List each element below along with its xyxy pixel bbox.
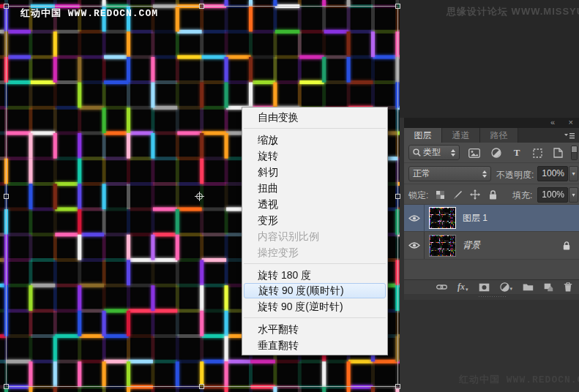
menu-item-rotate-90-ccw[interactable]: 旋转 90 度(逆时针) — [242, 298, 387, 314]
lock-transparency-icon[interactable] — [433, 189, 447, 200]
new-group-icon[interactable] — [523, 283, 534, 291]
menu-item-rotate-90-cw[interactable]: 旋转 90 度(顺时针) — [244, 283, 386, 298]
link-layers-icon[interactable] — [436, 284, 447, 290]
menu-item-rotate-180[interactable]: 旋转 180 度 — [242, 267, 387, 283]
menu-item-perspective[interactable]: 透视 — [242, 196, 387, 212]
transform-reference-point[interactable] — [196, 193, 203, 200]
visibility-eye-icon[interactable] — [404, 205, 425, 231]
filter-kind-label: 类型 — [423, 146, 448, 159]
layer-list-empty-area — [404, 260, 579, 279]
filter-type-layers-icon[interactable]: T — [509, 146, 524, 159]
menu-separator — [244, 317, 386, 318]
tab-channels[interactable]: 通道 — [442, 128, 480, 143]
layer-row-layer-1[interactable]: 图层 1 — [404, 205, 579, 232]
menu-item-flip-horizontal[interactable]: 水平翻转 — [242, 321, 387, 337]
filter-kind-dropdown[interactable]: 类型 — [408, 145, 460, 160]
watermark-bottom-right: 红动中国 WWW.REDOCN.COM — [459, 373, 579, 386]
transform-handle-top-left[interactable] — [4, 4, 9, 9]
tab-paths[interactable]: 路径 — [480, 128, 518, 143]
lock-label: 锁定: — [408, 189, 428, 202]
visibility-eye-icon[interactable] — [404, 232, 425, 259]
lock-all-icon[interactable] — [486, 189, 499, 200]
filter-pixel-layers-icon[interactable] — [467, 146, 482, 159]
spinner-arrows-icon — [450, 149, 455, 157]
menu-separator — [244, 128, 386, 129]
panel-tab-bar: 图层 通道 路径 — [404, 128, 579, 143]
menu-item-puppet-warp: 操控变形 — [242, 244, 387, 260]
menu-item-skew[interactable]: 斜切 — [242, 164, 387, 180]
lock-position-icon[interactable] — [468, 189, 482, 200]
spinner-arrows-icon — [482, 170, 487, 178]
background-lock-icon — [563, 241, 570, 250]
transform-handle-bottom-left[interactable] — [4, 384, 9, 389]
layer-name[interactable]: 图层 1 — [463, 212, 488, 225]
opacity-dropdown-arrow[interactable]: ▾ — [569, 166, 578, 181]
layer-style-icon[interactable]: fx▾ — [457, 282, 468, 293]
fill-value-field[interactable]: 100% — [537, 187, 568, 203]
collapse-panel-icon[interactable]: « — [550, 118, 554, 127]
close-panel-icon[interactable]: × — [569, 118, 573, 127]
fill-label: 填充: — [512, 189, 532, 202]
new-layer-icon[interactable] — [544, 283, 553, 292]
filter-smart-objects-icon[interactable] — [550, 146, 565, 159]
delete-layer-icon[interactable] — [564, 282, 572, 292]
tab-layers[interactable]: 图层 — [404, 128, 442, 143]
layer-name[interactable]: 背景 — [463, 239, 480, 252]
menu-item-rotate[interactable]: 旋转 — [242, 148, 387, 164]
filter-shape-layers-icon[interactable] — [530, 146, 545, 159]
menu-item-content-aware-scale: 内容识别比例 — [242, 228, 387, 244]
add-layer-mask-icon[interactable] — [479, 283, 490, 292]
lock-image-icon[interactable] — [451, 189, 464, 200]
transform-handle-bottom-right[interactable] — [395, 384, 400, 389]
layer-row-background[interactable]: 背景 — [404, 232, 579, 260]
transform-handle-top-center[interactable] — [199, 4, 204, 9]
blend-mode-row: 正常 不透明度: 100% ▾ — [404, 163, 579, 184]
transform-handle-bottom-center[interactable] — [199, 384, 204, 389]
menu-item-free-transform[interactable]: 自由变换 — [242, 109, 387, 125]
layer-thumbnail[interactable] — [429, 235, 456, 257]
layer-thumbnail[interactable] — [429, 207, 456, 229]
blend-mode-dropdown[interactable]: 正常 — [408, 166, 491, 181]
search-icon — [413, 148, 421, 157]
watermark-top-right: 思缘设计论坛 WWW.MISSYUAN.COM — [447, 5, 579, 18]
opacity-value-field[interactable]: 100% — [537, 166, 568, 181]
menu-item-warp[interactable]: 变形 — [242, 212, 387, 228]
photoshop-workspace: 红动中国 WWW.REDOCN.COM 思缘设计论坛 WWW.MISSYUAN.… — [0, 0, 579, 392]
transform-context-menu: 自由变换 缩放 旋转 斜切 扭曲 透视 变形 内容识别比例 操控变形 旋转 18… — [242, 107, 388, 355]
panel-menu-icon[interactable] — [560, 128, 579, 143]
filter-toggle-switch[interactable] — [571, 146, 578, 160]
blend-mode-value: 正常 — [413, 167, 479, 180]
menu-item-flip-vertical[interactable]: 垂直翻转 — [242, 337, 387, 353]
filter-adjustment-layers-icon[interactable] — [489, 146, 504, 159]
fill-dropdown-arrow[interactable]: ▾ — [569, 187, 578, 203]
opacity-label: 不透明度: — [496, 169, 534, 181]
watermark-top-left: 红动中国 WWW.REDOCN.COM — [20, 7, 158, 20]
menu-separator — [244, 263, 386, 264]
lock-row: 锁定: 填充: 100% ▾ — [404, 184, 579, 205]
layer-filter-row: 类型 T — [404, 143, 579, 163]
transform-handle-top-right[interactable] — [395, 4, 400, 9]
panel-bottom-toolbar: fx▾ ▾ — [404, 279, 579, 294]
transform-handle-middle-left[interactable] — [4, 194, 9, 199]
menu-item-scale[interactable]: 缩放 — [242, 132, 387, 148]
panel-drag-bar[interactable] — [404, 294, 579, 300]
transform-handle-middle-right[interactable] — [395, 194, 400, 199]
menu-item-distort[interactable]: 扭曲 — [242, 180, 387, 196]
panel-header-bar: « × — [404, 118, 579, 128]
layers-panel: « × 图层 通道 路径 类型 — [404, 118, 579, 300]
new-adjustment-layer-icon[interactable]: ▾ — [500, 282, 513, 292]
